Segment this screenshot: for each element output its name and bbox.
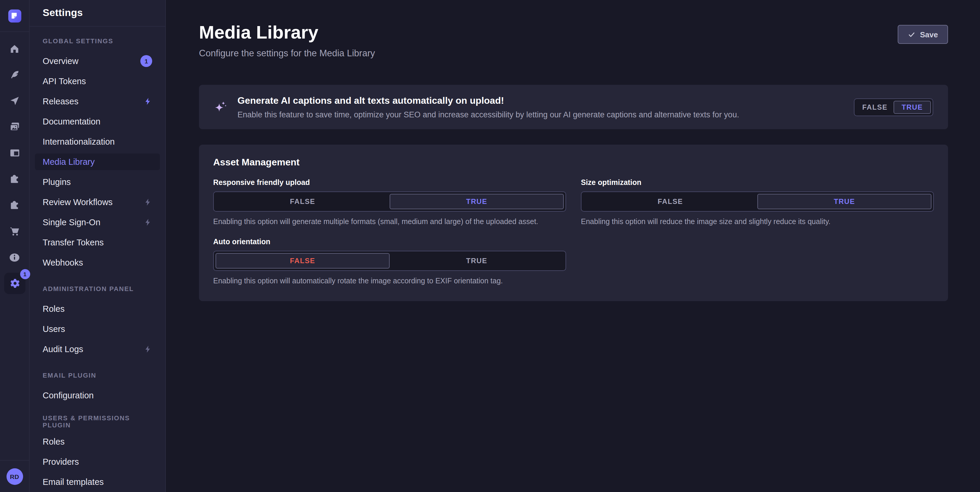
strapi-logo[interactable] (8, 9, 21, 22)
avatar[interactable]: RD (6, 468, 23, 485)
section-label-administration-panel: ADMINISTRATION PANEL (30, 279, 165, 299)
sidebar-item-up-roles[interactable]: Roles (30, 431, 165, 452)
sidebar-item-transfer-tokens[interactable]: Transfer Tokens (30, 232, 165, 252)
sidebar-title: Settings (43, 7, 83, 19)
size-optimization-false[interactable]: FALSE (583, 194, 757, 209)
sidebar-item-configuration[interactable]: Configuration (30, 385, 165, 406)
section-label-users-permissions-plugin: USERS & PERMISSIONS PLUGIN (30, 411, 165, 431)
responsive-upload-true[interactable]: TRUE (390, 194, 564, 209)
banner-description: Enable this feature to save time, optimi… (237, 109, 840, 120)
field-label: Auto orientation (213, 237, 566, 247)
field-hint: Enabling this option will automatically … (213, 276, 566, 286)
settings-sidebar: Settings GLOBAL SETTINGS Overview 1 API … (30, 0, 166, 492)
field-responsive-friendly-upload: Responsive friendly upload FALSE TRUE En… (213, 178, 566, 227)
page-title: Media Library (199, 21, 948, 44)
fields-grid: Responsive friendly upload FALSE TRUE En… (213, 178, 934, 286)
ai-toggle-true[interactable]: TRUE (894, 101, 931, 113)
ai-toggle-false[interactable]: FALSE (856, 101, 894, 113)
sidebar-item-review-workflows[interactable]: Review Workflows (30, 192, 165, 212)
section-label-global-settings: GLOBAL SETTINGS (30, 31, 165, 51)
check-icon (907, 30, 915, 38)
auto-orientation-false[interactable]: FALSE (216, 253, 390, 268)
lightning-icon (144, 198, 152, 206)
sidebar-item-single-sign-on[interactable]: Single Sign-On (30, 212, 165, 232)
rail-nav: 1 (0, 32, 29, 460)
lightning-icon (144, 218, 152, 227)
sidebar-item-documentation[interactable]: Documentation (30, 112, 165, 132)
lightning-icon (144, 345, 152, 353)
puzzle-icon[interactable] (0, 166, 29, 192)
size-optimization-true[interactable]: TRUE (757, 194, 931, 209)
sidebar-nav: GLOBAL SETTINGS Overview 1 API Tokens Re… (30, 27, 165, 492)
field-size-optimization: Size optimization FALSE TRUE Enabling th… (581, 178, 934, 227)
sidebar-item-webhooks[interactable]: Webhooks (30, 252, 165, 273)
marketplace-cart-icon[interactable] (0, 218, 29, 244)
rail-bottom: RD (0, 460, 29, 492)
sidebar-item-internationalization[interactable]: Internationalization (30, 132, 165, 152)
main-content: Media Library Configure the settings for… (166, 0, 980, 492)
section-label-email-plugin: EMAIL PLUGIN (30, 365, 165, 385)
sidebar-header: Settings (30, 0, 165, 27)
sidebar-item-roles[interactable]: Roles (30, 299, 165, 319)
content-manager-icon[interactable] (0, 140, 29, 166)
sidebar-item-media-library[interactable]: Media Library (35, 153, 160, 170)
auto-orientation-toggle: FALSE TRUE (213, 251, 566, 271)
save-button[interactable]: Save (897, 25, 948, 44)
field-auto-orientation: Auto orientation FALSE TRUE Enabling thi… (213, 237, 566, 286)
asset-management-card: Asset Management Responsive friendly upl… (199, 145, 948, 301)
responsive-upload-toggle: FALSE TRUE (213, 192, 566, 212)
home-icon[interactable] (0, 35, 29, 62)
sidebar-item-email-templates[interactable]: Email templates (30, 472, 165, 492)
ai-caption-banner: Generate AI captions and alt texts autom… (199, 85, 948, 129)
sidebar-item-plugins[interactable]: Plugins (30, 172, 165, 192)
ai-caption-toggle: FALSE TRUE (854, 98, 933, 116)
auto-orientation-true[interactable]: TRUE (390, 253, 564, 268)
page-subtitle: Configure the settings for the Media Lib… (199, 48, 948, 59)
sidebar-item-releases[interactable]: Releases (30, 91, 165, 112)
banner-title: Generate AI captions and alt texts autom… (237, 94, 840, 106)
size-optimization-toggle: FALSE TRUE (581, 192, 934, 212)
sidebar-item-overview[interactable]: Overview 1 (30, 51, 165, 71)
ai-sparkle-icon (213, 99, 229, 115)
info-icon[interactable] (0, 244, 29, 270)
sidebar-item-providers[interactable]: Providers (30, 452, 165, 472)
card-title: Asset Management (213, 157, 934, 168)
field-label: Size optimization (581, 178, 934, 187)
settings-gear-icon[interactable]: 1 (4, 273, 25, 294)
responsive-upload-false[interactable]: FALSE (216, 194, 390, 209)
feather-icon[interactable] (0, 62, 29, 88)
media-library-icon[interactable] (0, 114, 29, 140)
field-label: Responsive friendly upload (213, 178, 566, 187)
logo-cell (0, 0, 29, 32)
send-icon[interactable] (0, 88, 29, 114)
settings-badge: 1 (20, 269, 30, 279)
app-root: 1 RD Settings GLOBAL SETTINGS Overview 1… (0, 0, 980, 492)
settings-cell: 1 (0, 270, 29, 296)
icon-rail: 1 RD (0, 0, 30, 492)
overview-badge: 1 (140, 55, 152, 67)
sidebar-item-users[interactable]: Users (30, 319, 165, 339)
sidebar-item-api-tokens[interactable]: API Tokens (30, 71, 165, 91)
puzzle-icon[interactable] (0, 192, 29, 218)
field-hint: Enabling this option will generate multi… (213, 217, 566, 227)
sidebar-item-audit-logs[interactable]: Audit Logs (30, 339, 165, 359)
banner-text: Generate AI captions and alt texts autom… (237, 94, 840, 120)
field-hint: Enabling this option will reduce the ima… (581, 217, 934, 227)
lightning-icon (144, 97, 152, 105)
